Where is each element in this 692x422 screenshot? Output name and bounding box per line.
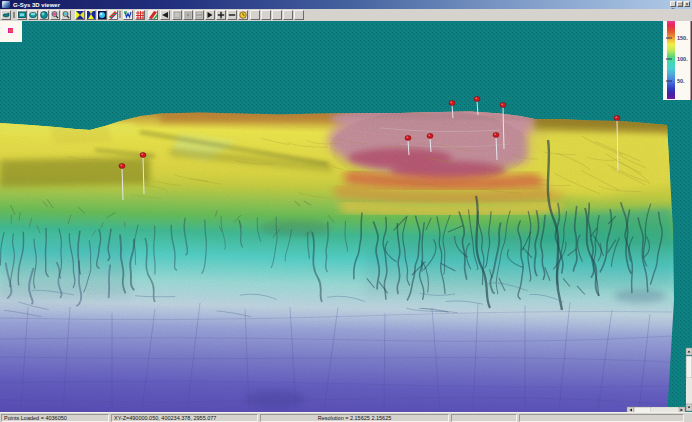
svg-text:50.: 50. — [677, 78, 685, 84]
svg-text:100.: 100. — [677, 56, 688, 62]
svg-text:150.: 150. — [677, 35, 688, 41]
